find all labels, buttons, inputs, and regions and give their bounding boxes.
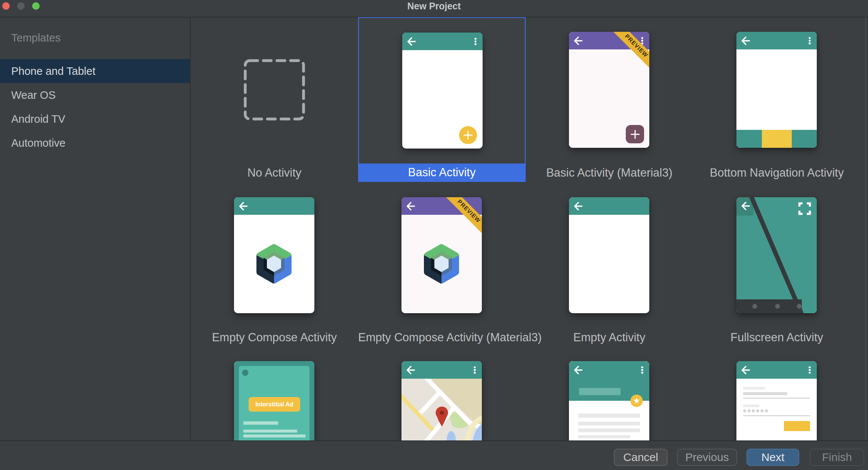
svg-text:Interstitial Ad: Interstitial Ad <box>255 401 293 408</box>
